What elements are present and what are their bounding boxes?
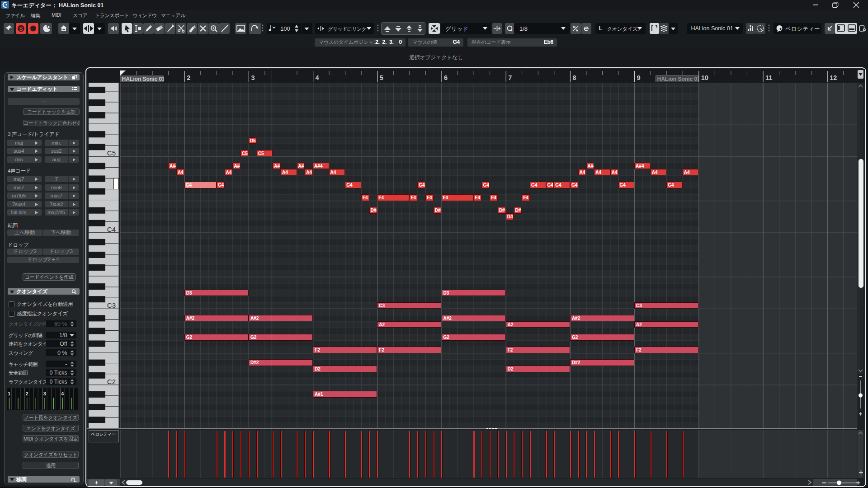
svg-text:C2: C2 — [107, 377, 116, 385]
svg-text:C5: C5 — [107, 149, 116, 157]
svg-text:C3: C3 — [107, 301, 116, 309]
svg-text:C4: C4 — [107, 225, 116, 233]
svg-text:S: S — [19, 25, 23, 32]
